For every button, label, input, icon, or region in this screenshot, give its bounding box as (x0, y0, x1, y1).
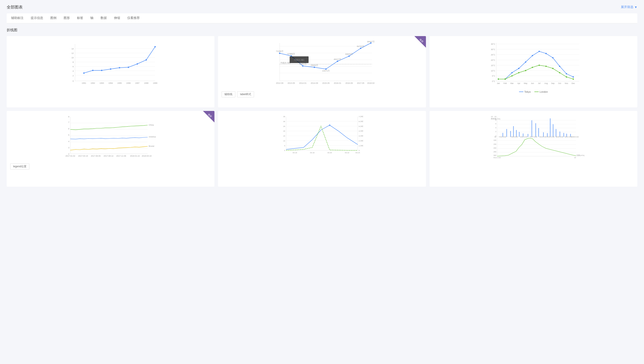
svg-rect-209 (553, 124, 554, 137)
svg-text:1998: 1998 (144, 82, 148, 84)
filter-button[interactable]: 展开筛选 ▼ (621, 5, 637, 9)
charts-grid-bottom: 推荐 2 3 4 5 6 7 8 (7, 111, 637, 187)
svg-text:4: 4 (72, 70, 74, 72)
legend-london: London (534, 90, 548, 93)
svg-text:Jan: Jan (497, 82, 500, 84)
tab-graphic[interactable]: 图形 (64, 16, 70, 23)
svg-text:10: 10 (284, 140, 286, 142)
chart2-wrapper: 均值(6.3标) 2012-09 2013-05 2014-01 2014-09… (222, 40, 422, 89)
svg-text:60633万: 60633万 (345, 53, 353, 55)
svg-text:200: 200 (494, 147, 496, 149)
svg-text:8/19 0:00: 8/19 0:00 (547, 136, 554, 138)
svg-text:2013-05: 2013-05 (288, 82, 295, 84)
svg-point-30 (119, 67, 120, 68)
svg-text:28660万: 28660万 (310, 64, 318, 66)
svg-point-33 (146, 59, 147, 61)
svg-text:7/26 0:00: 7/26 0:00 (510, 136, 518, 138)
svg-text:10°C: 10°C (491, 70, 495, 72)
svg-text:03-16: 03-16 (293, 152, 297, 154)
tab-stretch[interactable]: 伸缩 (114, 16, 120, 23)
svg-text:250: 250 (494, 151, 496, 153)
svg-text:03-24: 03-24 (356, 152, 360, 154)
svg-text:May: May (524, 82, 528, 84)
svg-text:Sep: Sep (551, 82, 554, 84)
svg-text:2014-09: 2014-09 (311, 82, 318, 84)
tab-auxiliary-annotation[interactable]: 辅助标注 (11, 16, 24, 23)
legend-dot-london (534, 92, 539, 92)
svg-text:均值(6.3标): 均值(6.3标) (294, 59, 304, 61)
tab-tooltip[interactable]: 提示信息 (31, 16, 43, 23)
svg-text:1994: 1994 (108, 82, 113, 84)
svg-text:8/01 0:00: 8/01 0:00 (520, 136, 528, 138)
svg-point-59 (314, 67, 315, 68)
svg-point-32 (136, 63, 138, 65)
tab-data[interactable]: 数据 (100, 16, 107, 23)
svg-point-180 (329, 124, 330, 126)
svg-text:57966万: 57966万 (288, 53, 295, 55)
svg-text:10: 10 (491, 116, 493, 118)
svg-text:30: 30 (284, 120, 286, 122)
svg-point-29 (110, 68, 111, 70)
chart4-wrapper: 2 3 4 5 6 7 8 2017-01-02 2017-03-19 (10, 114, 211, 159)
svg-point-115 (504, 78, 506, 80)
svg-text:03-20: 03-20 (328, 152, 332, 154)
svg-text:2017-01-02: 2017-01-02 (66, 155, 75, 157)
svg-point-57 (302, 65, 304, 67)
svg-text:25°C: 25°C (491, 54, 495, 56)
svg-text:2017-05: 2017-05 (357, 82, 364, 84)
svg-point-34 (154, 46, 156, 48)
chart6-wrapper: 10 降雨量(mm) 0 2 4 6 8 10 (433, 114, 634, 159)
chart-line-basic: 0 2 4 6 8 10 12 14 1991 1992 1993 1994 1… (7, 36, 214, 107)
svg-point-117 (518, 72, 520, 73)
svg-point-67 (360, 48, 361, 49)
svg-text:7/20 0:00: 7/20 0:00 (499, 136, 506, 138)
svg-text:Apr: Apr (517, 82, 520, 84)
svg-text:5小时: 5小时 (359, 125, 363, 127)
svg-text:1991: 1991 (82, 82, 86, 84)
svg-text:6小时: 6小时 (359, 120, 363, 122)
nav-tabs: 辅助标注 提示信息 图例 图形 标签 轴 数据 伸缩 仅看推荐 (7, 13, 637, 23)
svg-text:均值(6.3标): 均值(6.3标) (280, 62, 291, 64)
svg-text:2015-05: 2015-05 (322, 82, 330, 84)
tab-axis[interactable]: 轴 (90, 16, 94, 23)
svg-point-114 (498, 78, 499, 80)
tab-recommended-only[interactable]: 仅看推荐 (127, 16, 140, 23)
btn-legend-position[interactable]: legend位置 (10, 163, 29, 169)
tab-label[interactable]: 标签 (77, 16, 83, 23)
svg-rect-200 (519, 132, 520, 137)
svg-point-120 (538, 65, 540, 66)
svg-text:4小时: 4小时 (359, 130, 363, 132)
svg-rect-204 (536, 123, 536, 137)
chart2-svg: 均值(6.3标) 2012-09 2013-05 2014-01 2014-09… (222, 40, 422, 89)
page-header: 全部图表 展开筛选 ▼ (7, 5, 637, 10)
svg-text:Dec: Dec (572, 82, 575, 84)
chart5-svg: 0 5 10 15 20 25 30 35 0 1小时 2小时 3小时 4小时 … (222, 114, 422, 159)
svg-text:2018-01-22: 2018-01-22 (130, 155, 140, 157)
svg-text:6: 6 (496, 123, 496, 125)
svg-text:46217万: 46217万 (334, 58, 341, 60)
svg-text:1997: 1997 (135, 82, 140, 84)
svg-text:20: 20 (284, 130, 286, 132)
svg-text:2: 2 (72, 75, 74, 77)
svg-text:8: 8 (72, 61, 74, 63)
svg-text:8: 8 (496, 119, 496, 121)
svg-point-119 (532, 67, 533, 68)
chart-step-multi: 推荐 2 3 4 5 6 7 8 (7, 111, 214, 187)
svg-text:0: 0 (284, 149, 286, 151)
svg-text:3小时: 3小时 (359, 135, 363, 137)
svg-text:98407万: 98407万 (367, 41, 374, 43)
btn-label-style[interactable]: label样式 (237, 91, 254, 97)
svg-text:2018-02: 2018-02 (367, 82, 374, 84)
svg-point-112 (566, 73, 567, 74)
svg-point-125 (572, 78, 574, 80)
svg-point-65 (348, 56, 350, 57)
svg-text:2016-09: 2016-09 (346, 82, 353, 84)
svg-text:10: 10 (72, 57, 74, 59)
svg-point-26 (83, 72, 84, 74)
btn-auxiliary-line[interactable]: 辅助线 (222, 91, 235, 97)
chart1-wrapper: 0 2 4 6 8 10 12 14 1991 1992 1993 1994 1… (10, 40, 211, 89)
chart-line-markline: 推荐 均值(6.3标) 2012-09 2013-0 (218, 36, 426, 107)
chart3-legend: Tokyo London (433, 90, 634, 93)
tab-legend[interactable]: 图例 (50, 16, 56, 23)
svg-point-63 (337, 61, 338, 62)
